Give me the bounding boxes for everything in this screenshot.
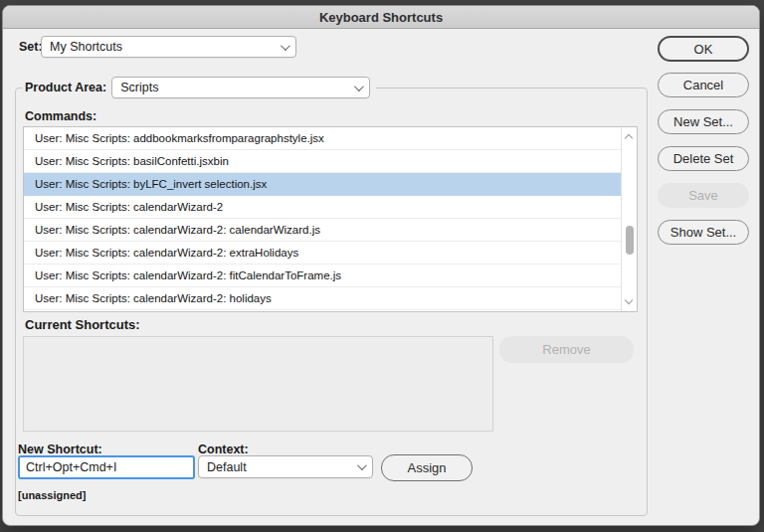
cancel-button[interactable]: Cancel <box>658 73 749 97</box>
set-label: Set: <box>19 40 43 54</box>
command-row[interactable]: User: Misc Scripts: calendarWizard-2: ex… <box>24 242 621 265</box>
set-dropdown[interactable]: My Shortcuts <box>41 36 296 58</box>
ok-button-label: OK <box>694 42 713 57</box>
command-row[interactable]: User: Misc Scripts: calendarWizard-2: ho… <box>24 287 621 310</box>
delete-set-button-label: Delete Set <box>673 151 734 166</box>
window-titlebar[interactable]: Keyboard Shortcuts <box>3 6 759 29</box>
current-shortcuts-label: Current Shortcuts: <box>25 317 140 332</box>
context-label: Context: <box>198 443 249 456</box>
commands-label: Commands: <box>25 109 96 123</box>
chevron-down-icon <box>357 460 367 470</box>
command-row[interactable]: User: Misc Scripts: calendarWizard-2: fi… <box>24 265 621 287</box>
set-dropdown-value: My Shortcuts <box>50 40 281 54</box>
save-button[interactable]: Save <box>658 183 749 208</box>
cancel-button-label: Cancel <box>683 78 723 92</box>
save-button-label: Save <box>688 188 718 203</box>
commands-rows: User: Misc Scripts: addbookmarksfrompara… <box>24 127 621 311</box>
command-row[interactable]: User: Misc Scripts: addbookmarksfrompara… <box>24 127 621 150</box>
scroll-down-icon[interactable] <box>625 296 633 304</box>
command-row[interactable]: User: Misc Scripts: calendarWizard-2: ca… <box>24 219 621 242</box>
product-area-dropdown[interactable]: Scripts <box>111 77 370 98</box>
new-shortcut-label: New Shortcut: <box>18 443 102 456</box>
scrollbar-thumb[interactable] <box>626 226 634 255</box>
unassigned-status: [unassigned] <box>18 489 86 501</box>
product-area-legend: Product Area: Scripts <box>23 75 376 100</box>
ok-button[interactable]: OK <box>658 36 749 62</box>
new-shortcut-input[interactable] <box>18 455 195 479</box>
commands-scrollbar[interactable] <box>621 127 637 311</box>
product-area-label: Product Area: <box>25 81 106 94</box>
remove-button-label: Remove <box>542 342 590 357</box>
chevron-down-icon <box>354 82 364 91</box>
chevron-down-icon <box>281 41 290 51</box>
command-row[interactable]: User: Misc Scripts: basilConfetti.jsxbin <box>24 150 621 173</box>
show-set-button-label: Show Set... <box>670 225 736 240</box>
show-set-button[interactable]: Show Set... <box>658 220 749 245</box>
commands-list: User: Misc Scripts: addbookmarksfrompara… <box>23 126 638 312</box>
window-title: Keyboard Shortcuts <box>319 10 443 25</box>
command-row[interactable]: User: Misc Scripts: calendarWizard-2 <box>24 196 621 219</box>
remove-button[interactable]: Remove <box>499 336 634 363</box>
new-set-button[interactable]: New Set... <box>658 109 749 134</box>
delete-set-button[interactable]: Delete Set <box>658 146 749 171</box>
assign-button-label: Assign <box>407 460 446 475</box>
keyboard-shortcuts-dialog: Keyboard Shortcuts Set: My Shortcuts OK … <box>2 5 760 526</box>
current-shortcuts-box[interactable] <box>23 336 493 432</box>
context-dropdown[interactable]: Default <box>198 455 373 478</box>
scroll-up-icon[interactable] <box>625 134 633 142</box>
assign-button[interactable]: Assign <box>381 454 473 481</box>
context-dropdown-value: Default <box>207 460 357 474</box>
new-set-button-label: New Set... <box>673 114 733 129</box>
product-area-dropdown-value: Scripts <box>120 81 354 94</box>
command-row[interactable]: User: Misc Scripts: byLFC_invert selecti… <box>24 173 621 196</box>
